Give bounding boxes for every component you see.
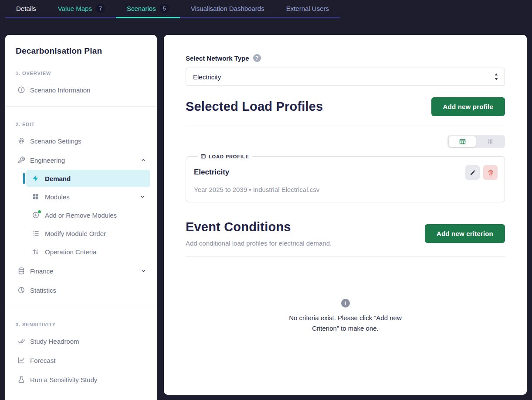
event-conditions-title: Event Conditions <box>186 220 332 234</box>
divider <box>5 106 157 107</box>
wrench-icon <box>17 156 25 164</box>
section-header-sensitivity: 3. SENSITIVITY <box>16 322 146 327</box>
sidebar-item-demand[interactable]: Demand <box>26 170 150 187</box>
profile-meta: Year 2025 to 2039 • Industrial Electrica… <box>193 186 498 193</box>
line-chart-icon <box>17 356 25 364</box>
main-panel: Select Network Type ? Electricity Select… <box>164 35 527 395</box>
item-label: Run a Sensitivity Study <box>30 376 97 383</box>
profile-name: Electricity <box>194 165 229 177</box>
item-label: Statistics <box>30 287 56 294</box>
database-icon <box>17 267 25 275</box>
empty-message: No criteria exist. Please click “Add new… <box>280 313 411 334</box>
network-type-value: Electricity <box>193 73 221 81</box>
tab-bar: Details Value Maps 7 Scenarios 5 Visuali… <box>0 0 532 18</box>
empty-state: i No criteria exist. Please click “Add n… <box>186 299 505 334</box>
select-arrows-icon <box>493 72 499 82</box>
network-type-select[interactable]: Electricity <box>186 68 505 86</box>
modules-icon <box>32 193 40 201</box>
table-view-button[interactable] <box>449 136 476 147</box>
flask-icon <box>17 376 25 383</box>
add-new-profile-button[interactable]: Add new profile <box>431 97 505 116</box>
table-icon <box>200 154 206 159</box>
sidebar: Decarbonisation Plan 1. OVERVIEW Scenari… <box>5 35 157 400</box>
chevron-up-icon <box>140 157 146 163</box>
sliders-icon <box>487 138 494 145</box>
sidebar-title: Decarbonisation Plan <box>5 46 157 56</box>
tab-label: Details <box>16 5 36 12</box>
help-icon[interactable]: ? <box>253 54 261 62</box>
pencil-icon <box>469 169 476 176</box>
sidebar-item-engineering[interactable]: Engineering <box>5 150 157 170</box>
info-icon <box>17 86 25 94</box>
sliders-view-button[interactable] <box>477 136 504 147</box>
item-label: Modify Module Order <box>45 230 106 237</box>
load-profile-card: LOAD PROFILE Electricity <box>186 154 505 202</box>
delete-profile-button[interactable] <box>483 165 498 180</box>
list-icon <box>32 229 40 237</box>
event-conditions-subtitle: Add conditional load profiles for electr… <box>186 239 332 247</box>
item-label: Modules <box>45 193 70 201</box>
item-label: Engineering <box>30 157 65 164</box>
load-profile-legend: LOAD PROFILE <box>209 154 249 159</box>
sidebar-item-statistics[interactable]: Statistics <box>5 280 157 300</box>
item-label: Finance <box>30 267 53 275</box>
tab-label: Visualisation Dashboards <box>191 5 264 12</box>
divider <box>186 126 505 126</box>
sidebar-item-study-headroom[interactable]: Study Headroom <box>5 332 157 351</box>
item-label: Add or Remove Modules <box>45 212 117 219</box>
item-label: Demand <box>45 175 71 182</box>
divider <box>5 307 157 307</box>
view-toggle <box>447 135 505 148</box>
chevron-down-icon <box>140 268 146 274</box>
divider <box>186 256 505 257</box>
sidebar-item-scenario-information[interactable]: Scenario Information <box>5 80 157 99</box>
tab-visualisation-dashboards[interactable]: Visualisation Dashboards <box>180 0 275 18</box>
tab-scenarios[interactable]: Scenarios 5 <box>116 0 180 18</box>
tab-label: Scenarios <box>127 5 156 12</box>
sidebar-item-operation-criteria[interactable]: Operation Criteria <box>26 243 150 260</box>
item-label: Forecast <box>30 357 55 364</box>
item-label: Scenario Information <box>30 86 90 94</box>
event-conditions-heading-block: Event Conditions Add conditional load pr… <box>186 220 332 247</box>
section-header-edit: 2. EDIT <box>16 122 146 127</box>
sidebar-item-forecast[interactable]: Forecast <box>5 351 157 370</box>
double-check-icon <box>17 337 25 345</box>
green-dot-indicator <box>38 210 41 213</box>
gear-icon <box>17 137 25 145</box>
chevron-down-icon <box>139 194 146 200</box>
tab-external-users[interactable]: External Users <box>275 0 340 18</box>
load-profiles-title: Selected Load Profiles <box>186 99 323 114</box>
sidebar-item-run-a-sensitivity-study[interactable]: Run a Sensitivity Study <box>5 370 157 389</box>
bolt-icon <box>32 174 40 182</box>
tab-label: Value Maps <box>58 5 92 12</box>
scenarios-count-badge: 5 <box>160 4 169 13</box>
value-maps-count-badge: 7 <box>96 4 105 13</box>
sidebar-item-modules[interactable]: Modules <box>26 188 150 205</box>
sidebar-item-scenario-settings[interactable]: Scenario Settings <box>5 131 157 150</box>
edit-profile-button[interactable] <box>465 165 480 180</box>
sidebar-item-add-or-remove-modules[interactable]: Add or Remove Modules <box>26 206 150 224</box>
profile-actions <box>465 165 498 180</box>
active-indicator <box>23 173 25 184</box>
trash-icon <box>487 169 494 176</box>
item-label: Operation Criteria <box>45 248 96 256</box>
item-label: Study Headroom <box>30 338 79 345</box>
pie-chart-icon <box>17 286 25 294</box>
tab-value-maps[interactable]: Value Maps 7 <box>47 0 116 18</box>
tab-label: External Users <box>286 5 329 12</box>
info-icon: i <box>341 299 350 308</box>
plus-circle-icon <box>32 211 40 219</box>
table-icon <box>459 138 466 145</box>
sidebar-item-modify-module-order[interactable]: Modify Module Order <box>26 225 150 242</box>
sort-arrows-icon <box>32 248 40 256</box>
tab-details[interactable]: Details <box>5 0 47 18</box>
sidebar-item-finance[interactable]: Finance <box>5 261 157 280</box>
section-header-overview: 1. OVERVIEW <box>16 71 146 76</box>
item-label: Scenario Settings <box>30 137 81 145</box>
add-new-criterion-button[interactable]: Add new criterion <box>425 224 505 243</box>
network-type-label: Select Network Type <box>186 55 249 62</box>
